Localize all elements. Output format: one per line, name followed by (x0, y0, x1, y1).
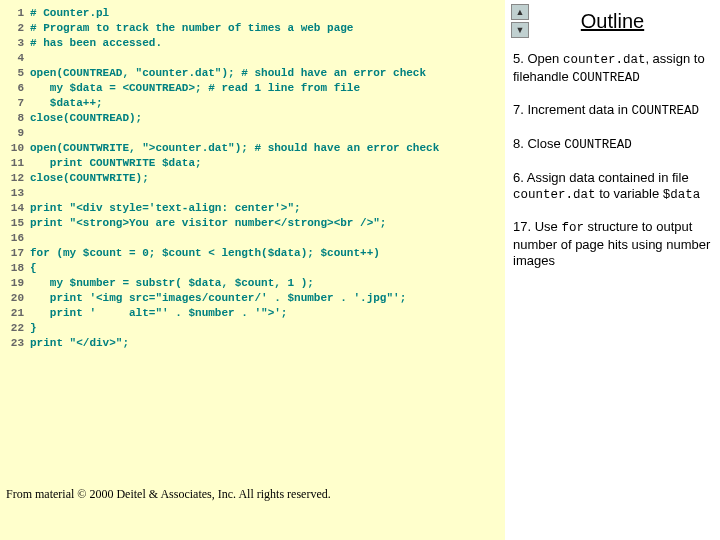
note-text: 7. Increment data in (513, 102, 632, 117)
outline-note-7: 7. Increment data in COUNTREAD (513, 102, 712, 120)
code-line: 15print "<strong>You are visitor number<… (0, 216, 505, 231)
code-text: close(COUNTREAD); (30, 111, 142, 126)
note-code: for (561, 221, 584, 235)
slide-page: 1# Counter.pl2# Program to track the num… (0, 0, 720, 540)
code-line: 23print "</div>"; (0, 336, 505, 351)
code-block: 1# Counter.pl2# Program to track the num… (0, 0, 505, 351)
note-code: $data (663, 188, 701, 202)
line-number: 19 (0, 276, 30, 291)
line-number: 11 (0, 156, 30, 171)
line-number: 3 (0, 36, 30, 51)
code-line: 18{ (0, 261, 505, 276)
note-text: 8. Close (513, 136, 564, 151)
code-text: my $data = <COUNTREAD>; # read 1 line fr… (30, 81, 360, 96)
line-number: 1 (0, 6, 30, 21)
code-text: open(COUNTWRITE, ">counter.dat"); # shou… (30, 141, 439, 156)
code-text: close(COUNTWRITE); (30, 171, 149, 186)
line-number: 2 (0, 21, 30, 36)
code-panel: 1# Counter.pl2# Program to track the num… (0, 0, 505, 540)
note-text: to variable (596, 186, 663, 201)
code-line: 1# Counter.pl (0, 6, 505, 21)
line-number: 23 (0, 336, 30, 351)
code-line: 20 print '<img src="images/counter/' . $… (0, 291, 505, 306)
nav-block: ▲ ▼ (511, 4, 529, 38)
line-number: 10 (0, 141, 30, 156)
line-number: 12 (0, 171, 30, 186)
note-code: COUNTREAD (564, 138, 632, 152)
nav-down-button[interactable]: ▼ (511, 22, 529, 38)
code-text: print "</div>"; (30, 336, 129, 351)
outline-panel: ▲ ▼ Outline 5. Open counter.dat, assign … (505, 0, 720, 540)
code-text: print '<img src="images/counter/' . $num… (30, 291, 406, 306)
note-code: COUNTREAD (632, 104, 700, 118)
code-line: 9 (0, 126, 505, 141)
code-text: { (30, 261, 37, 276)
code-text: print "<strong>You are visitor number</s… (30, 216, 386, 231)
line-number: 18 (0, 261, 30, 276)
code-text: } (30, 321, 37, 336)
code-line: 19 my $number = substr( $data, $count, 1… (0, 276, 505, 291)
line-number: 7 (0, 96, 30, 111)
code-text: my $number = substr( $data, $count, 1 ); (30, 276, 314, 291)
note-code: counter.dat (513, 188, 596, 202)
code-line: 13 (0, 186, 505, 201)
code-text: # Program to track the number of times a… (30, 21, 353, 36)
code-line: 21 print ' alt="' . $number . '">'; (0, 306, 505, 321)
line-number: 15 (0, 216, 30, 231)
code-text: print COUNTWRITE $data; (30, 156, 202, 171)
code-text: print ' alt="' . $number . '">'; (30, 306, 287, 321)
outline-note-6: 6. Assign data contained in file counter… (513, 170, 712, 204)
line-number: 8 (0, 111, 30, 126)
code-line: 10open(COUNTWRITE, ">counter.dat"); # sh… (0, 141, 505, 156)
copyright-footer: From material © 2000 Deitel & Associates… (6, 487, 331, 502)
line-number: 13 (0, 186, 30, 201)
line-number: 16 (0, 231, 30, 246)
code-line: 2# Program to track the number of times … (0, 21, 505, 36)
code-line: 14print "<div style='text-align: center'… (0, 201, 505, 216)
code-line: 3# has been accessed. (0, 36, 505, 51)
code-line: 7 $data++; (0, 96, 505, 111)
line-number: 21 (0, 306, 30, 321)
line-number: 9 (0, 126, 30, 141)
code-line: 4 (0, 51, 505, 66)
code-line: 5open(COUNTREAD, "counter.dat"); # shoul… (0, 66, 505, 81)
outline-note-5: 5. Open counter.dat, assign to filehandl… (513, 51, 712, 86)
code-text: # has been accessed. (30, 36, 162, 51)
code-text: open(COUNTREAD, "counter.dat"); # should… (30, 66, 426, 81)
code-line: 16 (0, 231, 505, 246)
note-code: counter.dat (563, 53, 646, 67)
outline-note-17: 17. Use for structure to output number o… (513, 219, 712, 269)
code-text: for (my $count = 0; $count < length($dat… (30, 246, 380, 261)
line-number: 6 (0, 81, 30, 96)
code-line: 12close(COUNTWRITE); (0, 171, 505, 186)
line-number: 20 (0, 291, 30, 306)
note-text: 5. Open (513, 51, 563, 66)
note-code: COUNTREAD (572, 71, 640, 85)
code-line: 11 print COUNTWRITE $data; (0, 156, 505, 171)
code-line: 8close(COUNTREAD); (0, 111, 505, 126)
note-text: 17. Use (513, 219, 561, 234)
outline-note-8: 8. Close COUNTREAD (513, 136, 712, 154)
line-number: 4 (0, 51, 30, 66)
line-number: 5 (0, 66, 30, 81)
code-text: # Counter.pl (30, 6, 109, 21)
nav-up-button[interactable]: ▲ (511, 4, 529, 20)
line-number: 22 (0, 321, 30, 336)
code-line: 22} (0, 321, 505, 336)
outline-title: Outline (513, 10, 712, 33)
code-text: print "<div style='text-align: center'>"… (30, 201, 301, 216)
note-text: 6. Assign data contained in file (513, 170, 689, 185)
line-number: 17 (0, 246, 30, 261)
line-number: 14 (0, 201, 30, 216)
code-line: 6 my $data = <COUNTREAD>; # read 1 line … (0, 81, 505, 96)
code-text: $data++; (30, 96, 103, 111)
code-line: 17for (my $count = 0; $count < length($d… (0, 246, 505, 261)
